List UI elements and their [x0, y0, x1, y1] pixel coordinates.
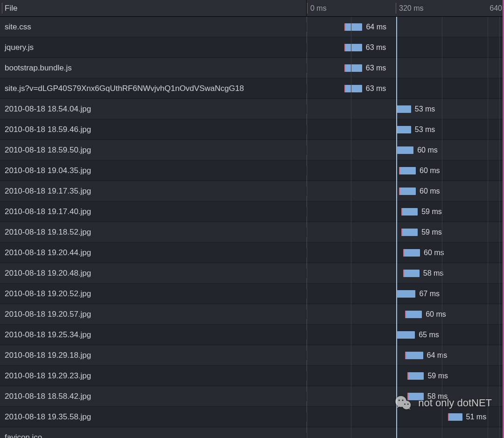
- timing-label: 58 ms: [423, 269, 444, 278]
- request-waterfall-cell: 63 ms: [307, 58, 504, 78]
- request-waterfall-cell: 58 ms: [307, 263, 504, 283]
- request-row[interactable]: 2010-08-18 19.20.57.jpg60 ms: [0, 304, 504, 325]
- request-waterfall-cell: 59 ms: [307, 366, 504, 386]
- request-file-name: 2010-08-18 18.59.46.jpg: [0, 125, 307, 134]
- request-row[interactable]: 2010-08-18 19.20.48.jpg58 ms: [0, 263, 504, 284]
- request-waterfall-cell: 53 ms: [307, 99, 504, 119]
- request-file-name: bootstrap.bundle.js: [0, 63, 307, 73]
- request-file-name: jquery.js: [0, 43, 307, 52]
- timing-bar[interactable]: [396, 105, 411, 113]
- timing-bar[interactable]: [397, 290, 415, 298]
- timing-label: 59 ms: [421, 208, 442, 216]
- timing-bar[interactable]: [344, 44, 362, 51]
- request-row[interactable]: 2010-08-18 19.18.52.jpg59 ms: [0, 222, 504, 243]
- request-file-name: 2010-08-18 19.20.48.jpg: [0, 269, 307, 278]
- time-tick: 0 ms: [308, 0, 327, 16]
- request-waterfall-cell: 59 ms: [307, 202, 504, 222]
- request-row[interactable]: site.css64 ms: [0, 17, 504, 37]
- request-waterfall-cell: 53 ms: [307, 119, 504, 139]
- timing-bar[interactable]: [397, 331, 415, 339]
- request-row[interactable]: 2010-08-18 18.59.50.jpg60 ms: [0, 140, 504, 160]
- timing-bar[interactable]: [403, 249, 420, 257]
- timing-bar[interactable]: [396, 126, 411, 133]
- request-waterfall-cell: 65 ms: [307, 325, 504, 345]
- request-waterfall-cell: 51 ms: [307, 407, 504, 427]
- request-waterfall-cell: 64 ms: [307, 17, 504, 37]
- request-row[interactable]: site.js?v=dLGP40S79Xnx6GqUthRF6NWvjvhQ1n…: [0, 78, 504, 99]
- request-file-name: 2010-08-18 19.35.58.jpg: [0, 412, 307, 422]
- timing-label: 63 ms: [366, 43, 386, 52]
- request-row[interactable]: 2010-08-18 18.54.04.jpg53 ms: [0, 99, 504, 119]
- timing-label: 60 ms: [424, 249, 444, 257]
- timing-label: 60 ms: [420, 167, 440, 175]
- request-waterfall-cell: 60 ms: [307, 304, 504, 324]
- timing-label: 64 ms: [427, 351, 448, 360]
- request-row[interactable]: 2010-08-18 19.20.52.jpg67 ms: [0, 284, 504, 304]
- timing-label: 60 ms: [426, 310, 446, 319]
- request-waterfall-cell: 64 ms: [307, 345, 504, 365]
- timing-label: 63 ms: [366, 64, 386, 72]
- request-row[interactable]: 2010-08-18 19.04.35.jpg60 ms: [0, 160, 504, 181]
- request-file-name: 2010-08-18 18.58.42.jpg: [0, 392, 307, 401]
- request-file-name: 2010-08-18 19.20.44.jpg: [0, 248, 307, 257]
- request-row[interactable]: 2010-08-18 19.25.34.jpg65 ms: [0, 325, 504, 345]
- time-tick: 320 ms: [396, 0, 423, 16]
- timing-bar[interactable]: [401, 229, 418, 236]
- request-file-name: site.css: [0, 22, 307, 32]
- request-file-name: 2010-08-18 19.29.18.jpg: [0, 351, 307, 360]
- timing-bar[interactable]: [401, 208, 418, 216]
- timing-bar[interactable]: [399, 188, 416, 195]
- network-waterfall-panel: File 0 ms 320 ms 640 site.css64 msjquery…: [0, 0, 504, 438]
- column-header-waterfall[interactable]: 0 ms 320 ms 640: [307, 0, 504, 16]
- timing-label: 53 ms: [415, 125, 435, 134]
- request-row[interactable]: jquery.js63 ms: [0, 37, 504, 58]
- timing-label: 60 ms: [417, 146, 438, 154]
- request-file-name: 2010-08-18 19.25.34.jpg: [0, 330, 307, 340]
- request-file-name: 2010-08-18 18.54.04.jpg: [0, 104, 307, 114]
- request-row[interactable]: favicon.ico: [0, 427, 504, 438]
- request-row[interactable]: 2010-08-18 18.59.46.jpg53 ms: [0, 119, 504, 140]
- timing-label: 67 ms: [419, 290, 440, 298]
- request-file-name: 2010-08-18 19.29.23.jpg: [0, 371, 307, 381]
- request-rows: site.css64 msjquery.js63 msbootstrap.bun…: [0, 17, 504, 438]
- timing-label: 60 ms: [420, 187, 440, 195]
- request-file-name: 2010-08-18 19.20.57.jpg: [0, 310, 307, 319]
- request-row[interactable]: 2010-08-18 19.20.44.jpg60 ms: [0, 243, 504, 263]
- request-row[interactable]: 2010-08-18 19.17.35.jpg60 ms: [0, 181, 504, 202]
- timing-bar[interactable]: [405, 311, 422, 318]
- request-row[interactable]: bootstrap.bundle.js63 ms: [0, 58, 504, 78]
- request-waterfall-cell: 60 ms: [307, 243, 504, 263]
- timing-bar[interactable]: [407, 372, 424, 380]
- timing-bar[interactable]: [399, 167, 416, 174]
- timing-bar[interactable]: [344, 85, 362, 92]
- timing-bar[interactable]: [405, 352, 423, 359]
- timing-bar[interactable]: [448, 413, 462, 421]
- timing-label: 53 ms: [415, 105, 435, 113]
- request-waterfall-cell: 63 ms: [307, 78, 504, 98]
- column-header-row: File 0 ms 320 ms 640: [0, 0, 504, 17]
- request-row[interactable]: 2010-08-18 19.29.18.jpg64 ms: [0, 345, 504, 366]
- request-waterfall-cell: 59 ms: [307, 222, 504, 242]
- timing-bar[interactable]: [407, 393, 424, 400]
- timing-label: 64 ms: [366, 23, 386, 31]
- request-row[interactable]: 2010-08-18 18.58.42.jpg58 ms: [0, 386, 504, 407]
- request-file-name: 2010-08-18 19.17.40.jpg: [0, 207, 307, 216]
- timing-bar[interactable]: [344, 64, 362, 72]
- request-waterfall-cell: 67 ms: [307, 284, 504, 304]
- request-waterfall-cell: 60 ms: [307, 160, 504, 181]
- request-waterfall-cell: 58 ms: [307, 386, 504, 406]
- request-row[interactable]: 2010-08-18 19.29.23.jpg59 ms: [0, 366, 504, 386]
- timing-label: 65 ms: [419, 331, 439, 339]
- timing-bar[interactable]: [403, 270, 420, 277]
- timing-label: 59 ms: [421, 228, 442, 236]
- request-row[interactable]: 2010-08-18 19.17.40.jpg59 ms: [0, 202, 504, 222]
- column-header-file[interactable]: File: [0, 0, 307, 16]
- request-file-name: 2010-08-18 19.04.35.jpg: [0, 166, 307, 175]
- timing-bar[interactable]: [344, 23, 362, 31]
- timing-label: 63 ms: [366, 84, 386, 93]
- timing-bar[interactable]: [397, 146, 413, 154]
- request-waterfall-cell: 60 ms: [307, 181, 504, 201]
- time-tick: 640: [490, 0, 504, 16]
- request-row[interactable]: 2010-08-18 19.35.58.jpg51 ms: [0, 407, 504, 427]
- request-file-name: 2010-08-18 19.18.52.jpg: [0, 228, 307, 237]
